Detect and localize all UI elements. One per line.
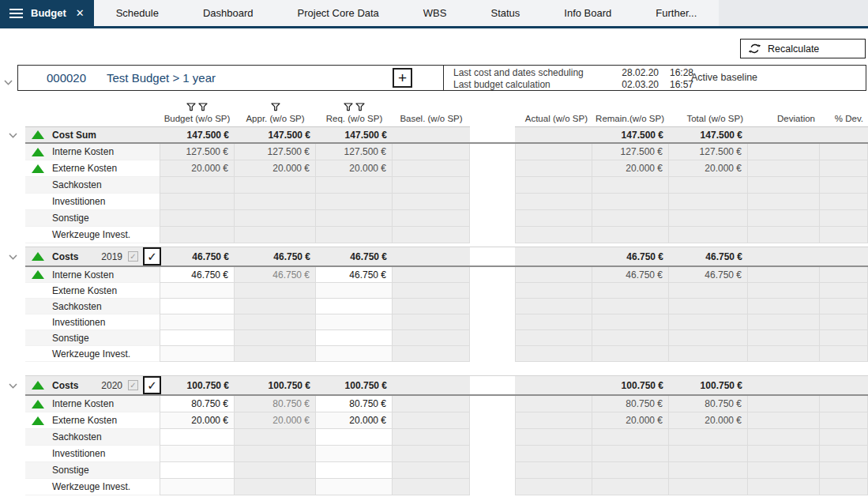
column-gap-cell [470, 446, 515, 462]
info-time: 16:28 [659, 67, 693, 79]
group-cell-pdev [820, 247, 868, 267]
cell-total: 80.750 € [669, 396, 748, 412]
cell-req[interactable] [316, 479, 393, 495]
tab-project-core-data[interactable]: Project Core Data [276, 0, 401, 26]
cell-budget [160, 210, 235, 227]
cell-remain [592, 346, 669, 362]
cell-appr [235, 429, 316, 446]
cell-basel [393, 177, 470, 194]
cell-req[interactable] [316, 299, 393, 314]
row-label: Sachkosten [52, 301, 102, 312]
cell-budget[interactable] [160, 479, 235, 495]
filter-funnel-icon [271, 103, 280, 111]
trend-up-icon [32, 148, 44, 156]
column-header-budget[interactable]: Budget (w/o SP) [160, 95, 235, 127]
tab-schedule[interactable]: Schedule [94, 0, 181, 26]
row-indent [0, 227, 25, 243]
approval-checkbox[interactable] [143, 376, 161, 394]
cell-req[interactable] [316, 446, 393, 462]
table-row: Externe Kosten20.000 €20.000 €20.000 €20… [0, 412, 868, 429]
group-cell-req: 147.500 € [316, 127, 393, 144]
cell-pdev [820, 429, 868, 446]
cell-total [669, 346, 748, 362]
cell-budget[interactable] [160, 346, 235, 362]
table-row: Interne Kosten46.750 €46.750 €46.750 €46… [0, 267, 868, 283]
cell-actual [515, 299, 592, 314]
tab-status[interactable]: Status [468, 0, 542, 26]
cell-req[interactable] [316, 429, 393, 446]
tab-further[interactable]: Further... [633, 0, 719, 26]
group-collapse-chevron[interactable] [0, 247, 25, 267]
cell-req[interactable] [316, 283, 393, 299]
cell-budget[interactable] [160, 429, 235, 446]
cell-deviation [748, 330, 820, 346]
cell-req[interactable] [316, 330, 393, 346]
cell-appr [235, 194, 316, 210]
cell-budget[interactable] [160, 283, 235, 299]
column-header-pdev[interactable]: % Dev. [820, 95, 868, 127]
column-header-req[interactable]: Req. (w/o SP) [316, 95, 393, 127]
tab-budget[interactable]: Budget ✕ [0, 0, 94, 26]
column-gap-cell [470, 283, 515, 299]
column-header-total[interactable]: Total (w/o SP) [669, 95, 748, 127]
cell-actual [515, 446, 592, 462]
column-header-remain[interactable]: Remain.(w/o SP) [592, 95, 669, 127]
cell-actual [515, 283, 592, 299]
cell-budget[interactable] [160, 299, 235, 314]
group-cell-budget: 147.500 € [160, 127, 235, 144]
row-indent [0, 160, 25, 177]
row-label: Investitionen [52, 317, 105, 328]
cell-budget[interactable]: 20.000 € [160, 412, 235, 429]
recalculate-button[interactable]: Recalculate [740, 39, 866, 58]
cell-basel [393, 346, 470, 362]
cell-req[interactable] [316, 314, 393, 330]
menu-icon[interactable] [9, 9, 23, 18]
close-tab-icon[interactable]: ✕ [76, 7, 85, 19]
cell-budget[interactable]: 80.750 € [160, 396, 235, 412]
add-button[interactable]: + [393, 68, 412, 88]
cell-req[interactable] [316, 346, 393, 362]
cell-actual [515, 429, 592, 446]
project-name: Test Budget > 1 year [107, 66, 216, 90]
cell-req [316, 194, 393, 210]
group-cell-actual [515, 247, 592, 267]
cell-req [316, 227, 393, 243]
cell-pdev [820, 314, 868, 330]
cell-req[interactable] [316, 462, 393, 479]
cell-pdev [820, 177, 868, 194]
cell-budget[interactable] [160, 314, 235, 330]
column-header-actual[interactable]: Actual (w/o SP) [515, 95, 592, 127]
table-row: Interne Kosten80.750 €80.750 €80.750 €80… [0, 396, 868, 412]
group-collapse-chevron[interactable] [0, 127, 25, 144]
row-indent [0, 194, 25, 210]
cell-deviation [748, 227, 820, 243]
cell-total: 20.000 € [669, 160, 748, 177]
approval-checkbox[interactable] [143, 247, 161, 265]
chevron-down-icon [9, 133, 17, 138]
column-header-appr[interactable]: Appr. (w/o SP) [235, 95, 316, 127]
cell-req[interactable]: 20.000 € [316, 412, 393, 429]
group-collapse-chevron[interactable] [0, 375, 25, 396]
cell-req[interactable]: 46.750 € [316, 267, 393, 283]
tab-wbs[interactable]: WBS [401, 0, 469, 26]
tab-info-board[interactable]: Info Board [542, 0, 633, 26]
column-header-deviation[interactable]: Deviation [748, 95, 820, 127]
cell-total [669, 194, 748, 210]
table-row: Sonstige [0, 210, 868, 227]
cell-deviation [748, 210, 820, 227]
cell-budget[interactable] [160, 330, 235, 346]
cell-req[interactable]: 80.750 € [316, 396, 393, 412]
project-id: 000020 [47, 66, 86, 90]
project-collapse-chevron-icon[interactable] [4, 74, 13, 88]
column-header-basel[interactable]: Basel. (w/o SP) [393, 95, 470, 127]
cell-budget[interactable]: 46.750 € [160, 267, 235, 283]
cell-pdev [820, 412, 868, 429]
table-row: Sonstige [0, 462, 868, 479]
column-gap-cell [470, 160, 515, 177]
trend-up-icon [32, 164, 44, 173]
cell-budget[interactable] [160, 446, 235, 462]
cell-budget[interactable] [160, 462, 235, 479]
tab-dashboard[interactable]: Dashboard [181, 0, 276, 26]
cell-total: 46.750 € [669, 267, 748, 283]
column-gap-header [470, 95, 515, 127]
